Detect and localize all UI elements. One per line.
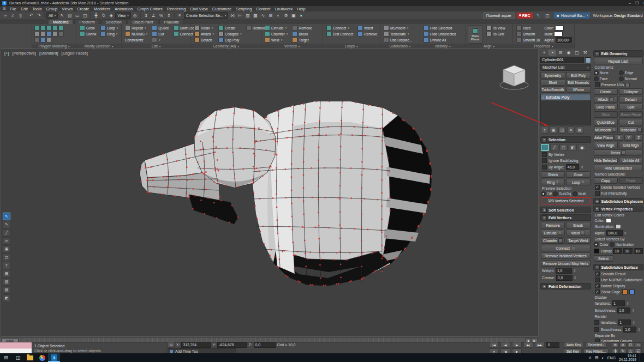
pm-icon-4[interactable] [52,31,58,37]
planar-x-button[interactable]: X [615,134,623,141]
grid-align-button[interactable]: Grid Align [619,142,643,148]
illum-swatch[interactable] [554,32,563,37]
ribbon-tab-populate[interactable]: Populate [159,19,184,24]
modify-tab-icon[interactable]: ◔ [548,50,556,56]
create-tab-icon[interactable]: + [540,50,548,56]
chamfer-button[interactable]: Chamfer▾ [264,31,289,37]
schematic-view-icon[interactable]: ⊞ [267,12,274,19]
minimize-button[interactable]: – [629,1,631,5]
modifier-edit-normals-button[interactable]: Edit Normals [566,79,591,86]
hide-selected-button[interactable]: Hide Selected [422,25,457,31]
viewport-menu-plus[interactable]: [+] [4,51,9,56]
attach-button[interactable]: Attach [594,96,618,102]
repeat-last-button[interactable]: Repeat Last [594,58,643,64]
panel-label-edit[interactable]: Edit▾ [122,44,190,49]
ring-button[interactable]: Ring⇕ [541,179,565,185]
collapse-button[interactable]: Collapse▾ [217,31,243,37]
cut-button[interactable]: Cut [151,31,170,37]
rollout-edit-vertices-header[interactable]: −Edit Vertices [540,214,591,221]
preview-multi-radio[interactable]: Multi [573,191,586,196]
pm-icon-6[interactable] [34,37,40,43]
remove-button[interactable]: Remove [541,222,565,228]
menu-item-views[interactable]: Views [59,7,75,11]
panel-label-loops[interactable]: Loops▾ [323,44,380,49]
make-planar-button[interactable]: Make Planar [468,25,483,44]
angle-snap-icon[interactable]: ∠ [150,12,157,19]
menu-item-scripting[interactable]: Scripting [234,7,254,11]
rotate-icon[interactable]: ↻ [100,12,107,19]
line-tool-icon[interactable]: ╱ [3,229,10,237]
menu-item-customize[interactable]: Customize [210,7,234,11]
qslice-button[interactable]: QSlice [151,25,170,31]
select-color-swatch[interactable] [594,249,599,254]
hide-unselected-button[interactable]: Hide Unselected [594,165,643,171]
menu-item-civil-view[interactable]: Civil View [188,7,210,11]
rollout-paint-deformation-header[interactable]: +Paint Deformation [540,283,591,289]
target-weld-button[interactable]: Target [291,37,313,43]
rec-button[interactable]: REC [517,13,533,19]
edge-subobject-icon[interactable] [40,25,46,31]
vertex-color-row[interactable]: Color: [543,25,573,31]
vertex-alpha-field[interactable]: 100,0 [606,230,623,236]
reference-coordinate-dropdown[interactable]: View▾ [115,12,131,19]
by-angle-checkbox[interactable]: By Angle:46,0⇕ [541,164,591,170]
rollout-soft-selection-header[interactable]: +Soft Selection [540,207,591,213]
viewport[interactable]: [+] [Perspective] [Standard] [Edged Face… [1,49,539,337]
ring-button[interactable]: Ring▾ [99,31,119,37]
grow-button[interactable]: Grow [566,171,590,178]
modifier-shell-button[interactable]: Shell [540,79,565,86]
dist-connect-button[interactable]: Dist Connect [325,31,354,37]
msmooth-button[interactable]: MSmooth [594,126,618,133]
render-smoothness-checkbox[interactable] [594,327,599,332]
utilities-tab-icon[interactable]: ⚒ [581,50,589,56]
select-by-illumination-radio[interactable]: Illumination [610,242,634,247]
to-view-button[interactable]: To View [485,25,506,31]
rollout-selection-header[interactable]: −Selection [540,136,591,143]
unhide-all-button[interactable]: Unhide All [619,157,643,164]
modifier-edit-poly-button[interactable]: Edit Poly [566,72,591,79]
x-coordinate-field[interactable]: 312,764 [181,342,211,348]
redo-icon[interactable]: ↷ [35,12,43,19]
ribbon-tab-freeform[interactable]: Freeform [74,19,99,24]
slice-plane-button[interactable]: Slice Plane [594,104,618,110]
curve-editor-icon[interactable]: ∿ [259,12,266,19]
menu-item-animation[interactable]: Animation [112,7,135,11]
go-to-end-button[interactable]: ▶▶ [535,342,545,348]
pen-tool-icon[interactable]: ✎ [3,221,10,228]
volume-icon[interactable]: ◐ [602,356,604,360]
target-weld-button[interactable]: Target Weld [566,237,590,244]
current-frame-field[interactable]: 0 [546,342,559,348]
grid-tool-icon[interactable]: ▦ [3,270,10,277]
panel-label-subdivision[interactable]: Subdivision▾ [380,44,420,49]
cage-selected-swatch[interactable] [629,289,635,294]
render-setup-icon[interactable]: ⚙ [282,12,289,19]
pm-icon-1[interactable] [34,31,40,37]
use-nurms-checkbox[interactable]: Use NURMS Subdivision [594,277,643,282]
fill-tool-icon[interactable]: ▣ [3,245,10,253]
shrink-button[interactable]: Shrink [79,31,97,37]
z-coordinate-field[interactable]: 0,0 [254,342,276,348]
split-button[interactable]: Split [619,104,643,110]
model-mesh-canvas[interactable] [1,49,539,337]
selection-filter-dropdown[interactable]: All▾ [46,12,58,19]
menu-item-group[interactable]: Group [44,7,59,11]
named-selection-set-dropdown[interactable]: Create Selection Se...▾ [184,12,229,19]
display-smoothness-field[interactable]: 1,0 [617,307,630,313]
go-to-start-button[interactable]: |◀ [489,342,499,348]
weld-button[interactable]: Weld [566,230,590,236]
clock[interactable]: 19:41 24.11.2019 [619,354,636,361]
range-g-field[interactable]: 10 [623,248,633,254]
loop-button[interactable]: Loop⇕ [566,179,590,185]
range-r-field[interactable]: 10 [613,248,622,254]
show-end-result-icon[interactable]: ▣ [550,126,557,134]
selected-dropdown[interactable]: Selected▾ [586,342,607,348]
border-subobject-icon[interactable] [46,25,52,31]
extrude-button[interactable]: Extrude [541,230,565,236]
constraints-dropdown[interactable]: ▾ [151,37,170,43]
use-displace-button[interactable]: Use Displac... [383,37,413,43]
menu-item-edit[interactable]: Edit [19,7,30,11]
modifier-symmetry-button[interactable]: Symmetry [540,72,565,79]
selection-lock-icon[interactable]: ⊡ [168,342,175,348]
ribbon-tab-object-paint[interactable]: Object Paint [128,19,158,24]
render-smoothness-field[interactable]: 1,0 [623,327,636,333]
